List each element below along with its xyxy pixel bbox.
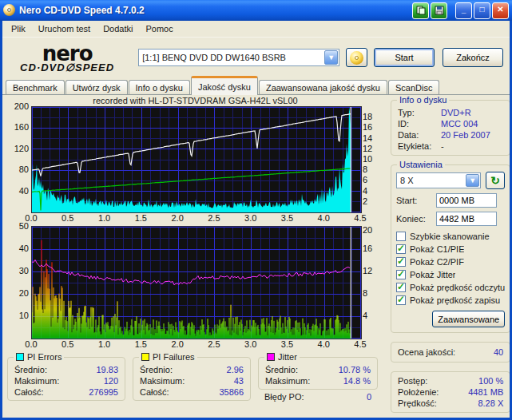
axis-tick-label: 2.5 — [208, 339, 220, 349]
drive-select-value: [1:1] BENQ DVD DD DW1640 BSRB — [142, 53, 286, 62]
axis-tick-label: 120 — [14, 144, 29, 153]
axis-tick-label: 0.0 — [25, 339, 37, 349]
po-errors-label: Błędy PO: — [264, 392, 304, 402]
quality-chart-top: 2001601208040 18161412108642 0.00.51.01.… — [2, 106, 388, 224]
tab-utworz-dysk[interactable]: Utwórz dysk — [65, 80, 128, 95]
pi-errors-stats: PI Errors Średnio:19.83 Maksimum:120 Cał… — [7, 357, 125, 401]
pi-errors-swatch — [16, 353, 24, 361]
drive-select[interactable]: [1:1] BENQ DVD DD DW1640 BSRB ▼ — [138, 49, 339, 66]
axis-tick-label: 16 — [363, 244, 372, 253]
chevron-down-icon[interactable]: ▼ — [466, 174, 479, 187]
menu-uruchom-test[interactable]: Uruchom test — [33, 22, 96, 35]
pi-failures-stats: PI Failures Średnio:2.96 Maksimum:43 Cał… — [133, 357, 251, 401]
disc-icon — [350, 51, 363, 65]
axis-tick-label: 4.5 — [354, 339, 366, 349]
tab-benchmark[interactable]: Benchmark — [6, 80, 65, 95]
checkbox-show-write-speed[interactable]: ✓Pokaż prędkość zapisu — [396, 294, 505, 306]
y-axis-left-bottom-chart: 5040302010 — [2, 226, 31, 338]
axis-tick-label: 12 — [363, 266, 372, 275]
axis-tick-label: 3.5 — [281, 339, 293, 349]
tab-scandisc[interactable]: ScanDisc — [388, 80, 439, 95]
axis-tick-label: 20 — [19, 288, 29, 298]
stop-button[interactable]: Zakończ — [443, 48, 503, 67]
checkbox-quick-scan[interactable]: ✓Szybkie skanowanie — [396, 230, 505, 242]
axis-tick-label: 0.5 — [62, 213, 73, 223]
tab-jakosc-dysku[interactable]: Jakość dysku — [191, 76, 258, 95]
progress-row: Położenie:4481 MB — [391, 386, 510, 398]
menu-plik[interactable]: Plik — [6, 22, 31, 35]
checkbox-show-c1-pie[interactable]: ✓Pokaż C1/PIE — [396, 243, 505, 255]
quality-score-panel: Ocena jakości:40 — [391, 342, 510, 363]
axis-tick-label: 4.5 — [354, 213, 366, 223]
nero-logo: nero CD·DVD∅SPEED — [2, 43, 132, 73]
minimize-button[interactable]: _ — [455, 2, 472, 19]
advanced-button[interactable]: Zaawansowane — [432, 311, 505, 327]
menu-pomoc[interactable]: Pomoc — [140, 22, 178, 35]
axis-tick-label: 8 — [363, 288, 367, 298]
start-position-input[interactable] — [436, 193, 497, 208]
axis-tick-label: 8 — [363, 164, 367, 174]
nero-logo-text: nero — [2, 43, 132, 64]
copy-chart-button[interactable] — [412, 2, 429, 19]
pi-failures-caption: PI Failures — [153, 352, 195, 362]
y-axis-left-top-chart: 2001601208040 — [2, 106, 31, 212]
checkbox-box[interactable]: ✓ — [396, 283, 406, 292]
y-axis-right-top-chart: 18161412108642 — [360, 106, 388, 212]
chart-title: recorded with HL-DT-STDVDRAM GSA-H42L vS… — [2, 96, 388, 106]
axis-tick-label: 6 — [363, 175, 367, 184]
stat-row: Średnio:19.83 — [8, 364, 125, 375]
checkbox-show-read-speed[interactable]: ✓Pokaż prędkość odczytu — [396, 281, 505, 293]
disc-info-button[interactable] — [346, 48, 367, 67]
disc-info-row: ID:MCC 004 — [391, 118, 510, 129]
checkbox-box[interactable]: ✓ — [396, 295, 406, 305]
stat-row: Całość:35866 — [133, 386, 250, 398]
check-icon: ✓ — [397, 294, 405, 305]
checkbox-box[interactable]: ✓ — [396, 232, 406, 241]
chevron-down-icon[interactable]: ▼ — [324, 50, 338, 65]
axis-tick-label: 1.5 — [135, 339, 147, 349]
app-window: Nero CD-DVD Speed 4.7.0.2 _ □ ✕ Plik Uru… — [0, 0, 512, 420]
jitter-stats: Jitter Średnio:10.78 % Maksimum:14.8 % — [258, 357, 378, 390]
speed-select[interactable]: 8 X ▼ — [396, 172, 481, 188]
disc-info-row: Etykieta:- — [391, 141, 510, 152]
progress-row: Prędkość:8.28 X — [391, 398, 510, 409]
axis-tick-label: 2.0 — [171, 339, 183, 349]
save-icon — [435, 6, 444, 15]
axis-tick-label: 4 — [363, 186, 367, 196]
axis-tick-label: 4.0 — [318, 213, 330, 223]
maximize-button[interactable]: □ — [474, 2, 490, 19]
title-bar[interactable]: Nero CD-DVD Speed 4.7.0.2 _ □ ✕ — [0, 0, 512, 21]
start-button[interactable]: Start — [374, 48, 435, 67]
save-chart-button[interactable] — [431, 2, 447, 19]
settings-caption: Ustawienia — [397, 160, 445, 169]
axis-tick-label: 2 — [363, 196, 367, 206]
tab-info-o-dysku[interactable]: Info o dysku — [129, 80, 190, 95]
menu-dodatki[interactable]: Dodatki — [97, 22, 138, 35]
end-position-input[interactable] — [436, 212, 497, 226]
pi-failures-plot — [31, 226, 362, 339]
axis-tick-label: 12 — [363, 144, 372, 153]
close-button[interactable]: ✕ — [492, 2, 509, 19]
checkbox-box[interactable]: ✓ — [396, 270, 406, 279]
checkbox-show-jitter[interactable]: ✓Pokaż Jitter — [396, 268, 505, 280]
pi-errors-plot — [31, 106, 362, 213]
check-icon: ✓ — [397, 243, 405, 254]
jitter-swatch — [267, 353, 275, 361]
cd-icon — [3, 4, 15, 16]
checkbox-box[interactable]: ✓ — [396, 244, 406, 254]
tab-strip: Benchmark Utwórz dysk Info o dysku Jakoś… — [2, 77, 510, 95]
side-panel: Info o dysku Typ:DVD+R ID:MCC 004 Data:2… — [388, 95, 510, 418]
speed-select-value: 8 X — [400, 176, 414, 185]
settings-panel: Ustawienia 8 X ▼ ↻ Start: Koniec: — [391, 164, 510, 333]
cdspeed-logo-text: CD·DVD∅SPEED — [2, 62, 132, 73]
checkbox-box[interactable]: ✓ — [396, 257, 406, 267]
axis-tick-label: 50 — [19, 221, 29, 231]
tab-zaawansowana-jakosc-dysku[interactable]: Zaawansowana jakość dysku — [259, 80, 387, 95]
disc-info-row: Data:20 Feb 2007 — [391, 129, 510, 141]
stat-row: Średnio:10.78 % — [259, 364, 377, 375]
checkbox-show-c2-pif[interactable]: ✓Pokaż C2/PIF — [396, 256, 505, 267]
refresh-button[interactable]: ↻ — [486, 172, 505, 189]
disc-info-row: Typ:DVD+R — [391, 107, 510, 118]
menu-bar: Plik Uruchom test Dodatki Pomoc — [2, 21, 510, 38]
axis-tick-label: 3.0 — [244, 339, 256, 349]
